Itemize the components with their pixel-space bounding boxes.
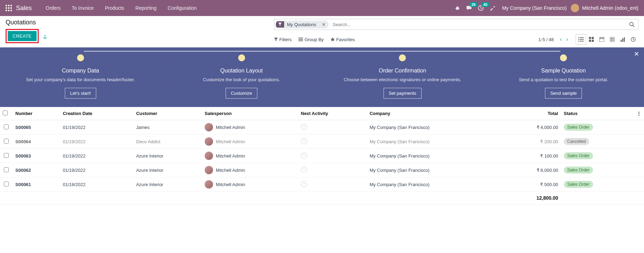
status-badge: Sales Order [564,124,593,131]
svg-rect-5 [10,7,12,9]
row-checkbox[interactable] [4,167,9,172]
salesperson-avatar-icon [205,152,213,160]
step-desc: Set your company's data for documents he… [0,77,161,83]
view-graph-icon[interactable] [618,34,628,45]
cell-activity[interactable] [298,120,367,135]
svg-rect-22 [298,40,303,41]
row-checkbox[interactable] [4,153,9,158]
view-list-icon[interactable] [576,34,586,45]
user-menu[interactable]: Mitchell Admin (odoo_ent) [571,4,638,12]
row-checkbox[interactable] [4,124,9,129]
cell-total: ₹ 200.00 [504,135,561,149]
svg-rect-0 [6,5,7,6]
view-switcher [576,34,638,45]
select-all-checkbox[interactable] [3,110,8,115]
row-checkbox[interactable] [4,182,9,186]
cell-activity[interactable] [298,177,367,192]
svg-rect-29 [589,37,591,39]
favorites-button[interactable]: Favorites [331,37,355,42]
header-total[interactable]: Total [504,107,561,120]
header-number[interactable]: Number [13,107,60,120]
search-icon[interactable] [626,22,638,27]
cell-status: Sales Order [561,163,634,177]
svg-rect-43 [622,38,623,42]
step-title: Company Data [0,68,161,74]
cell-salesperson: Mitchell Admin [202,120,298,135]
menu-orders[interactable]: Orders [40,5,66,11]
step-button[interactable]: Send sample [545,88,582,99]
table-row[interactable]: S00064 01/19/2022 Deco Addict Mitchell A… [0,135,644,149]
table-row[interactable]: S00065 01/19/2022 James Mitchell Admin M… [0,120,644,135]
tools-icon[interactable] [490,5,495,11]
apps-icon[interactable] [6,5,12,11]
step-button[interactable]: Let's start! [65,88,96,99]
groupby-label: Group By [304,37,324,42]
create-button[interactable]: CREATE [8,31,37,41]
menu-configuration[interactable]: Configuration [162,5,202,11]
column-options-icon[interactable]: ⋮ [634,107,644,120]
cell-total: ₹ 8,000.00 [504,163,561,177]
menu-to-invoice[interactable]: To Invoice [66,5,99,11]
pager-text[interactable]: 1-5 / 48 [538,37,554,42]
groupby-button[interactable]: Group By [298,37,324,42]
header-status[interactable]: Status [561,107,634,120]
step-button[interactable]: Set payments [384,88,422,99]
filters-button[interactable]: Filters [274,37,291,42]
onboard-step: Order Confirmation Choose between electr… [322,54,483,99]
header-creation-date[interactable]: Creation Date [60,107,133,120]
cell-total: ₹ 100.00 [504,149,561,163]
messages-icon[interactable]: 26 [466,5,472,11]
company-selector[interactable]: My Company (San Francisco) [502,5,567,11]
header-customer[interactable]: Customer [133,107,202,120]
progress-line [84,51,560,52]
app-name[interactable]: Sales [16,5,32,12]
search-facet-remove-icon[interactable]: ✕ [319,21,328,29]
cell-activity[interactable] [298,135,367,149]
cell-salesperson: Mitchell Admin [202,149,298,163]
activities-icon[interactable]: 45 [478,5,484,11]
step-desc: Send a quotation to test the customer po… [483,77,644,83]
view-kanban-icon[interactable] [586,34,597,45]
cell-activity[interactable] [298,149,367,163]
cell-date: 01/19/2022 [60,149,133,163]
pager-next-icon[interactable]: › [564,36,570,43]
svg-rect-30 [592,37,594,39]
header-next-activity[interactable]: Next Activity [298,107,367,120]
search-input[interactable] [330,22,626,27]
status-badge: Sales Order [564,181,593,188]
row-checkbox[interactable] [4,139,9,144]
table-row[interactable]: S00062 01/19/2022 Azure Interior Mitchel… [0,163,644,177]
svg-rect-24 [580,37,584,38]
download-icon[interactable] [42,33,48,39]
menu-products[interactable]: Products [99,5,130,11]
view-calendar-icon[interactable] [597,34,607,45]
cell-company: My Company (San Francisco) [367,135,504,149]
header-company[interactable]: Company [367,107,504,120]
header-salesperson[interactable]: Salesperson [202,107,298,120]
salesperson-avatar-icon [205,180,213,189]
cell-number: S00063 [13,149,60,163]
svg-rect-1 [8,5,9,6]
pager-prev-icon[interactable]: ‹ [558,36,564,43]
bug-icon[interactable] [455,5,460,11]
svg-rect-44 [624,37,625,42]
cell-number: S00061 [13,177,60,192]
user-avatar-icon [571,4,579,12]
view-pivot-icon[interactable] [607,34,618,45]
svg-rect-20 [298,38,303,38]
svg-rect-26 [580,39,584,40]
cell-number: S00065 [13,120,60,135]
menu-reporting[interactable]: Reporting [130,5,162,11]
search-facet-label: My Quotations [284,21,319,29]
svg-rect-8 [10,10,12,11]
step-button[interactable]: Customize [226,88,257,99]
table-row[interactable]: S00063 01/19/2022 Azure Interior Mitchel… [0,149,644,163]
cell-activity[interactable] [298,163,367,177]
cell-status: Sales Order [561,177,634,192]
table-row[interactable]: S00061 01/18/2022 Azure Interior Mitchel… [0,177,644,192]
clock-icon [301,138,307,144]
step-title: Order Confirmation [322,68,483,74]
view-activity-icon[interactable] [628,34,638,45]
filter-icon [276,21,284,28]
clock-icon [301,124,307,130]
